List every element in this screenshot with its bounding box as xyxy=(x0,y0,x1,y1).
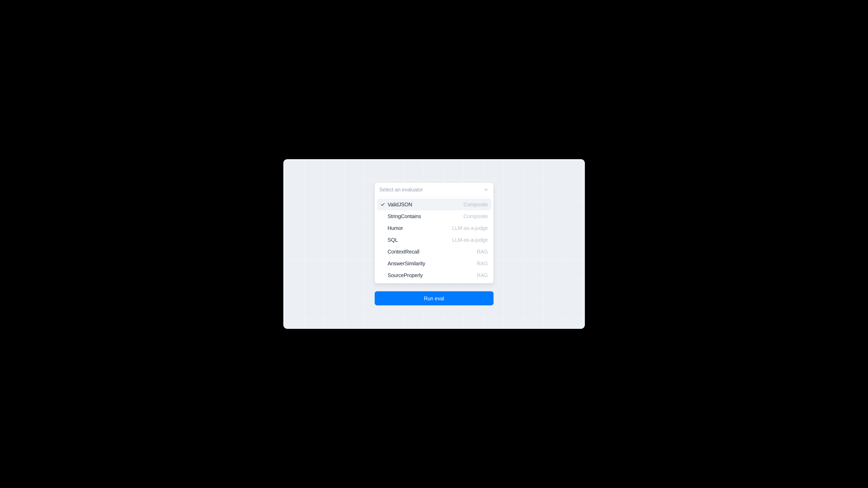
option-label: SQL xyxy=(387,237,452,243)
evaluator-select-placeholder: Select an evaluator xyxy=(379,187,423,193)
run-eval-button[interactable]: Run eval xyxy=(375,291,494,305)
option-stringcontains[interactable]: StringContains Composite xyxy=(377,210,491,222)
option-label: Humor xyxy=(387,225,452,231)
option-contextrecall[interactable]: ContextRecall RAG xyxy=(377,246,491,258)
chevron-down-icon xyxy=(484,187,488,192)
option-sql[interactable]: SQL LLM-as-a-judge xyxy=(377,234,491,246)
option-humor[interactable]: Humor LLM-as-a-judge xyxy=(377,222,491,234)
option-tag: Composite xyxy=(464,202,488,207)
evaluator-select-trigger[interactable]: Select an evaluator xyxy=(375,183,493,197)
option-label: StringContains xyxy=(387,214,463,219)
option-validjson[interactable]: ValidJSON Composite xyxy=(377,199,491,210)
evaluator-options-list: ValidJSON Composite StringContains Compo… xyxy=(375,197,493,283)
option-tag: Composite xyxy=(464,214,488,219)
option-tag: RAG xyxy=(477,249,488,255)
check-icon xyxy=(379,202,387,207)
evaluator-dropdown-panel: Select an evaluator ValidJSON Composite xyxy=(375,183,494,284)
option-label: ContextRecall xyxy=(387,249,476,255)
option-tag: RAG xyxy=(477,261,488,266)
center-content: Select an evaluator ValidJSON Composite xyxy=(375,183,494,305)
option-label: AnswerSimilarity xyxy=(387,261,476,266)
option-answersimilarity[interactable]: AnswerSimilarity RAG xyxy=(377,258,491,269)
option-sourceproperly[interactable]: SourceProperly RAG xyxy=(377,269,491,281)
option-label: SourceProperly xyxy=(387,272,476,279)
app-canvas: Select an evaluator ValidJSON Composite xyxy=(283,159,585,329)
option-tag: RAG xyxy=(477,272,488,279)
option-tag: LLM-as-a-judge xyxy=(452,225,488,231)
option-label: ValidJSON xyxy=(387,202,463,207)
option-tag: LLM-as-a-judge xyxy=(452,237,488,243)
